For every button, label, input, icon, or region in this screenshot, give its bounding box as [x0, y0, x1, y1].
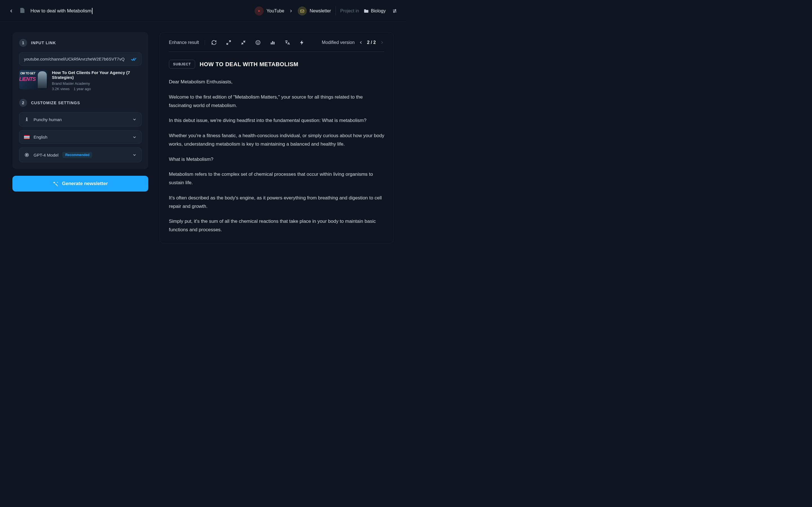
swap-icon [392, 9, 398, 13]
right-panel: Enhance result [160, 32, 394, 243]
generate-button[interactable]: Generate newsletter [12, 176, 148, 191]
newsletter-label: Newsletter [310, 8, 331, 13]
enhance-label: Enhance result [169, 40, 205, 45]
body-paragraph: What is Metabolism? [169, 155, 384, 164]
cursor-icon [92, 8, 93, 14]
translate-icon [285, 40, 290, 45]
right-header: Enhance result [169, 39, 384, 52]
document-icon [20, 8, 26, 14]
language-label: English [34, 135, 47, 139]
platform-youtube[interactable]: YouTube [255, 6, 284, 15]
step2-title: CUSTOMIZE SETTINGS [31, 101, 80, 105]
svg-point-2 [26, 117, 28, 119]
video-channel: Brand Master Academy [52, 81, 142, 86]
project-selector[interactable]: Biology [364, 8, 386, 13]
step1-badge: 1 [19, 39, 27, 47]
svg-point-7 [258, 42, 259, 43]
separator [336, 6, 336, 15]
settings-card: 1 INPUT LINK youtube.com/channel/UCkRfAr… [12, 32, 148, 169]
svg-point-4 [26, 154, 28, 156]
svg-rect-10 [273, 42, 274, 45]
version-prev-button[interactable] [359, 40, 363, 45]
lightning-button[interactable] [299, 39, 305, 46]
video-preview[interactable]: OW TO GET LIENTS How To Get Clients For … [19, 70, 142, 91]
version-next-button[interactable] [380, 40, 384, 45]
step2-header: 2 CUSTOMIZE SETTINGS [19, 99, 142, 107]
version-page: 2 / 2 [367, 40, 376, 45]
video-meta: 3.2K views 1 year ago [52, 87, 142, 91]
video-views: 3.2K views [52, 87, 70, 91]
body-paragraph: Welcome to the first edition of "Metabol… [169, 93, 384, 110]
svg-rect-9 [272, 41, 273, 45]
tone-selector[interactable]: Punchy human [19, 112, 142, 126]
collapse-icon [241, 40, 246, 45]
chevron-down-icon [132, 135, 137, 139]
refresh-icon [211, 40, 217, 45]
model-selector[interactable]: GPT-4 Model Recommended [19, 148, 142, 162]
youtube-icon [255, 6, 264, 15]
translate-button[interactable] [284, 39, 291, 46]
video-info: How To Get Clients For Your Agency (7 St… [52, 70, 142, 91]
lightning-icon [299, 40, 305, 45]
collapse-button[interactable] [240, 39, 247, 46]
body-paragraph: In this debut issue, we're diving headfi… [169, 116, 384, 125]
subject-row: SUBJECT HOW TO DEAL WITH METABOLISM [169, 60, 384, 69]
chevron-left-icon [9, 8, 14, 13]
model-label: GPT-4 Model [34, 153, 58, 158]
video-title: How To Get Clients For Your Agency (7 St… [52, 70, 142, 80]
svg-point-6 [257, 42, 257, 43]
svg-rect-1 [301, 10, 304, 12]
language-selector[interactable]: English [19, 130, 142, 144]
subject-badge: SUBJECT [169, 60, 195, 69]
version-nav: Modified version 2 / 2 [322, 40, 384, 45]
newsletter-body: Dear Metabolism Enthusiasts, Welcome to … [169, 78, 384, 236]
magic-wand-icon [53, 181, 59, 186]
document-title[interactable]: How to deal with Metabolism [31, 8, 93, 14]
person-icon [24, 117, 30, 122]
subject-title: HOW TO DEAL WITH METABOLISM [200, 61, 298, 68]
refresh-button[interactable] [211, 39, 217, 46]
step1-header: 1 INPUT LINK [19, 39, 142, 47]
input-link-value: youtube.com/channel/UCkRfArvrzheW2E7b6SV… [24, 57, 124, 61]
body-paragraph: Metabolism refers to the complex set of … [169, 170, 384, 187]
body-paragraph: Dear Metabolism Enthusiasts, [169, 78, 384, 86]
youtube-label: YouTube [266, 8, 284, 13]
project-in-label: Project in [340, 8, 359, 13]
chevron-down-icon [132, 117, 137, 122]
expand-button[interactable] [225, 39, 232, 46]
video-age: 1 year ago [73, 87, 91, 91]
emoji-button[interactable] [255, 39, 261, 46]
input-link-field[interactable]: youtube.com/channel/UCkRfArvrzheW2E7b6SV… [19, 52, 142, 66]
video-thumbnail: OW TO GET LIENTS [19, 70, 48, 89]
back-button[interactable] [7, 6, 16, 15]
body-paragraph: Simply put, it's the sum of all the chem… [169, 217, 384, 234]
chevron-left-icon [359, 40, 363, 45]
target-icon [24, 152, 30, 158]
header-right: YouTube Newsletter Project in Biology [255, 6, 399, 15]
double-check-icon [131, 57, 137, 61]
svg-marker-0 [259, 10, 260, 12]
step1-title: INPUT LINK [31, 41, 56, 45]
chevron-right-icon [380, 40, 384, 45]
swap-button[interactable] [390, 6, 399, 15]
svg-point-5 [256, 41, 260, 45]
recommended-badge: Recommended [62, 152, 92, 158]
tone-label: Punchy human [34, 117, 62, 122]
expand-icon [226, 40, 232, 45]
svg-rect-8 [271, 43, 271, 45]
chevron-down-icon [132, 153, 137, 157]
version-label: Modified version [322, 40, 355, 45]
content-area[interactable]: SUBJECT HOW TO DEAL WITH METABOLISM Dear… [169, 60, 384, 236]
platform-newsletter[interactable]: Newsletter [298, 6, 331, 15]
chart-button[interactable] [269, 39, 276, 46]
newsletter-icon [298, 6, 307, 15]
step2-badge: 2 [19, 99, 27, 107]
toolbar [211, 39, 322, 46]
main-layout: 1 INPUT LINK youtube.com/channel/UCkRfAr… [0, 22, 406, 253]
body-paragraph: Whether you're a fitness fanatic, a heal… [169, 131, 384, 149]
header-left: How to deal with Metabolism [7, 6, 255, 15]
body-paragraph: It's often described as the body's engin… [169, 194, 384, 211]
chart-icon [270, 40, 275, 45]
chevron-right-icon [289, 9, 293, 13]
uk-flag-icon [24, 135, 30, 139]
